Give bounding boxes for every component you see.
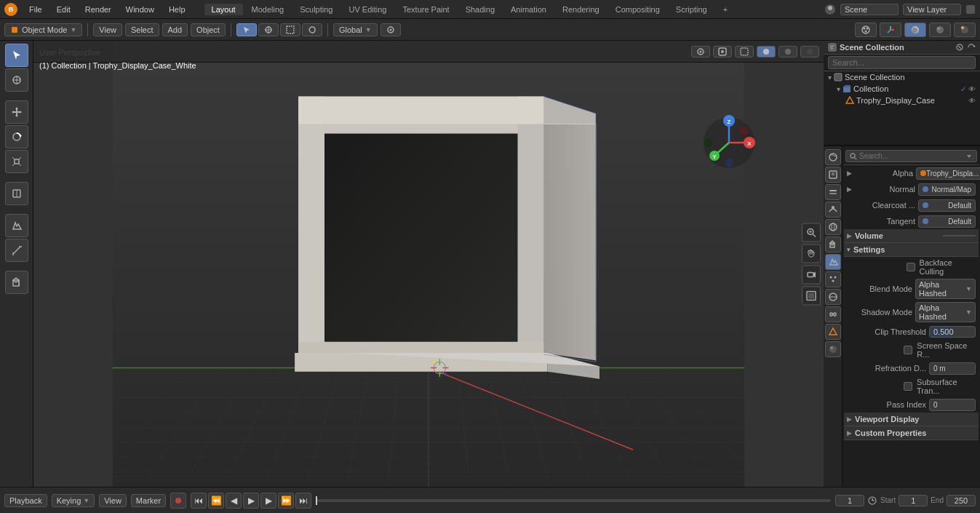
add-menu[interactable]: Add <box>162 23 188 36</box>
pin-icon[interactable] <box>965 4 976 15</box>
view-layer-input[interactable] <box>903 4 961 15</box>
record-btn[interactable] <box>170 493 186 509</box>
normal-value[interactable]: Normal/Map <box>918 183 976 196</box>
nav-gizmo[interactable]: Z X Y <box>700 114 758 172</box>
tool-annotate[interactable] <box>5 214 28 237</box>
blender-logo[interactable]: B <box>4 3 17 16</box>
start-frame-input[interactable] <box>899 495 928 506</box>
box-select-btn[interactable] <box>280 23 300 36</box>
snap-btn[interactable] <box>381 23 401 36</box>
clearcoat-value[interactable]: Default <box>918 199 976 212</box>
shading-rendered-btn[interactable] <box>954 23 976 37</box>
data-tab[interactable] <box>825 324 841 340</box>
tab-scripting[interactable]: Scripting <box>669 4 714 15</box>
menu-file[interactable]: File <box>26 4 45 15</box>
tool-measure[interactable] <box>5 239 28 262</box>
tool-move[interactable] <box>5 100 28 124</box>
physics-tab[interactable] <box>825 289 841 305</box>
sync-icon[interactable] <box>967 43 976 52</box>
trophy-eye-icon[interactable]: 👁 <box>968 97 976 105</box>
clip-threshold-input[interactable]: 0.500 <box>929 326 976 338</box>
shadow-mode-select[interactable]: Alpha Hashed ▼ <box>915 302 976 322</box>
object-menu[interactable]: Object <box>191 23 226 36</box>
backface-culling-checkbox[interactable] <box>907 263 915 271</box>
outliner-item-collection[interactable]: ▾ Collection ✓ 👁 <box>832 83 980 95</box>
constraints-tab[interactable] <box>825 306 841 322</box>
timeline-track[interactable] <box>316 499 831 502</box>
tool-transform[interactable] <box>5 182 28 205</box>
jump-forward-btn[interactable]: ⏩ <box>278 493 294 509</box>
render-tab[interactable] <box>825 149 841 165</box>
tab-modeling[interactable]: Modeling <box>244 4 292 15</box>
subsurface-checkbox[interactable] <box>904 382 912 391</box>
tool-scale[interactable] <box>5 150 28 173</box>
marker-btn[interactable]: Marker <box>131 494 166 507</box>
tab-compositing[interactable]: Compositing <box>608 4 667 15</box>
output-tab[interactable] <box>825 167 841 183</box>
jump-end-btn[interactable]: ⏭ <box>295 493 311 509</box>
shading-material-btn[interactable] <box>929 23 951 37</box>
cursor-tool-btn[interactable] <box>258 23 279 36</box>
tab-shading[interactable]: Shading <box>458 4 502 15</box>
props-search-input[interactable] <box>857 152 965 160</box>
jump-start-btn[interactable]: ⏮ <box>191 493 207 509</box>
render-preview-btn[interactable] <box>802 286 821 305</box>
object-mode-selector[interactable]: Object Mode ▼ <box>4 23 82 36</box>
tool-add-cube[interactable] <box>5 271 28 294</box>
tab-rendering[interactable]: Rendering <box>555 4 607 15</box>
menu-render[interactable]: Render <box>82 4 114 15</box>
outliner-item-trophy[interactable]: Trophy_Display_Case 👁 <box>841 95 980 106</box>
tool-rotate[interactable] <box>5 125 28 148</box>
props-search-dropdown-icon[interactable] <box>965 153 973 160</box>
gizmo-btn[interactable] <box>880 23 901 37</box>
tab-layout[interactable]: Layout <box>204 4 243 15</box>
playback-btn[interactable]: Playback <box>4 494 47 507</box>
tool-cursor[interactable] <box>5 68 28 92</box>
vp-solid-btn[interactable] <box>757 46 776 57</box>
camera-view-btn[interactable] <box>802 265 821 284</box>
scene-name-input[interactable] <box>840 4 899 15</box>
vp-view-btn[interactable] <box>691 46 710 57</box>
pass-index-value[interactable]: 0 <box>929 399 976 411</box>
world-tab[interactable] <box>825 219 841 235</box>
refraction-d-value[interactable]: 0 m <box>929 362 976 375</box>
tab-uv-editing[interactable]: UV Editing <box>341 4 394 15</box>
viewport-display-section[interactable]: ▶ Viewport Display <box>844 413 979 426</box>
particles-tab[interactable] <box>825 271 841 287</box>
menu-edit[interactable]: Edit <box>54 4 73 15</box>
collection-eye-icon[interactable]: 👁 <box>968 85 976 93</box>
object-tab[interactable] <box>825 236 841 252</box>
material-tab[interactable] <box>825 341 841 357</box>
viewlayer-tab[interactable] <box>825 184 841 200</box>
tangent-value[interactable]: Default <box>918 215 976 228</box>
tool-select[interactable] <box>5 44 28 67</box>
screen-space-checkbox[interactable] <box>904 346 912 354</box>
hand-pan-btn[interactable] <box>802 244 821 263</box>
play-btn[interactable]: ▶ <box>243 493 259 509</box>
end-frame-input[interactable] <box>947 495 976 506</box>
viewport[interactable]: User Perspective (1) Collection | Trophy… <box>33 41 824 487</box>
tab-add[interactable]: + <box>716 4 735 15</box>
filter-icon[interactable] <box>955 43 964 52</box>
modifier-tab[interactable] <box>825 254 841 270</box>
current-frame-input[interactable] <box>835 495 864 506</box>
settings-section-header[interactable]: ▾ Settings <box>844 243 979 257</box>
step-back-btn[interactable]: ◀ <box>226 493 242 509</box>
lasso-select-btn[interactable] <box>302 23 322 36</box>
outliner-item-scene-collection[interactable]: ▾ Scene Collection <box>824 71 980 83</box>
alpha-value[interactable]: Trophy_Displa... <box>916 167 980 180</box>
custom-properties-section[interactable]: ▶ Custom Properties <box>844 426 979 440</box>
tab-sculpting[interactable]: Sculpting <box>292 4 340 15</box>
menu-window[interactable]: Window <box>123 4 157 15</box>
vp-material-btn[interactable] <box>778 46 797 57</box>
select-tool-btn[interactable] <box>236 23 257 36</box>
view-menu[interactable]: View <box>93 23 122 36</box>
outliner-search-input[interactable] <box>828 56 976 69</box>
vp-overlay-btn[interactable] <box>713 46 732 57</box>
vp-render-btn[interactable] <box>800 46 819 57</box>
zoom-to-fit-btn[interactable] <box>802 223 821 242</box>
shading-solid-btn[interactable] <box>904 23 926 37</box>
menu-help[interactable]: Help <box>166 4 188 15</box>
transform-orientation[interactable]: Global ▼ <box>333 23 378 36</box>
scene-tab[interactable] <box>825 202 841 218</box>
